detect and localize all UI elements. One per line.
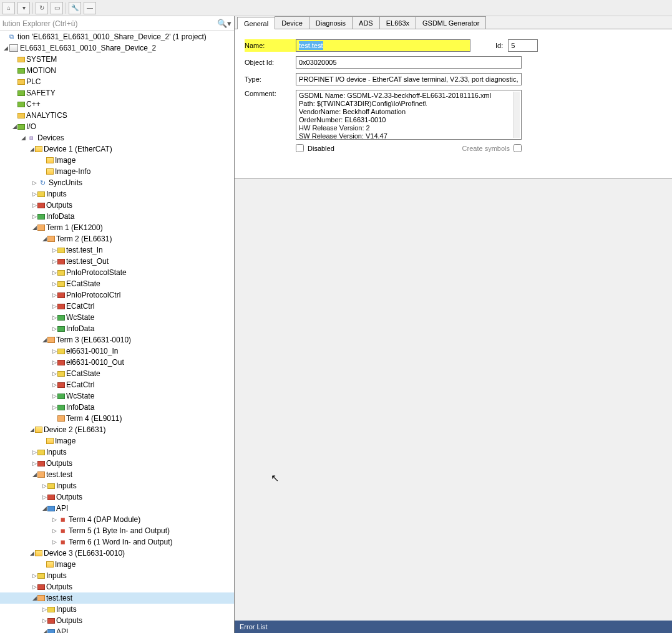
tree-item-motion[interactable]: MOTION: [0, 65, 234, 76]
expand-glyph[interactable]: [20, 135, 26, 141]
tree-item-inputs[interactable]: Inputs: [0, 570, 234, 581]
expand-glyph[interactable]: [29, 427, 35, 433]
tree-item-t4dap[interactable]: ◼Term 4 (DAP Module): [0, 514, 234, 525]
tab-gsdml[interactable]: GSDML Generator: [416, 16, 486, 29]
expand-glyph[interactable]: [41, 617, 47, 624]
expand-glyph[interactable]: [51, 528, 57, 534]
tree-item-system[interactable]: SYSTEM: [0, 54, 234, 65]
tree-item-inputs[interactable]: Inputs: [0, 447, 234, 458]
expand-glyph[interactable]: [41, 505, 47, 511]
tree-item-image[interactable]: Image: [0, 435, 234, 447]
tree-item-t5[interactable]: ◼Term 5 (1 Byte In- and Output): [0, 525, 234, 536]
expand-glyph[interactable]: [31, 180, 37, 186]
tree-item-plc[interactable]: PLC: [0, 76, 234, 87]
expand-glyph[interactable]: [51, 370, 57, 377]
expand-glyph[interactable]: [31, 595, 37, 601]
toolbar-btn-2[interactable]: ▾: [17, 2, 30, 14]
tree-item-ttout[interactable]: test.test_Out: [0, 256, 234, 267]
tree-item-el10out[interactable]: el6631-0010_Out: [0, 357, 234, 368]
expand-glyph[interactable]: [31, 449, 37, 455]
tree-item-ecatctrl[interactable]: ECatCtrl: [0, 301, 234, 312]
expand-glyph[interactable]: [31, 584, 37, 590]
tree-item-term2[interactable]: Term 2 (EL6631): [0, 233, 234, 244]
expand-glyph[interactable]: [31, 191, 37, 197]
create-symbols-checkbox[interactable]: Create symbols: [462, 144, 522, 152]
id-input[interactable]: [508, 39, 538, 52]
expand-glyph[interactable]: [51, 393, 57, 399]
tree-item-wcstate[interactable]: WcState: [0, 390, 234, 402]
expand-glyph[interactable]: [11, 123, 17, 130]
type-input[interactable]: [296, 73, 522, 85]
tree-item-inputs[interactable]: Inputs: [0, 604, 234, 615]
expand-glyph[interactable]: [41, 629, 47, 633]
expand-glyph[interactable]: [51, 314, 57, 321]
tree-item-syncunits[interactable]: ↻SyncUnits: [0, 177, 234, 188]
tree-item-infodata[interactable]: InfoData: [0, 402, 234, 413]
expand-glyph[interactable]: [51, 303, 57, 309]
tree-item-outputs[interactable]: Outputs: [0, 581, 234, 592]
tree-item-image[interactable]: Image: [0, 559, 234, 570]
expand-glyph[interactable]: [41, 606, 47, 612]
expand-glyph[interactable]: [41, 236, 47, 242]
error-list-header[interactable]: Error List: [235, 621, 672, 633]
toolbar-btn-minus[interactable]: —: [84, 2, 96, 14]
tree-item-testtest[interactable]: test.test: [0, 592, 234, 604]
expand-glyph[interactable]: [31, 573, 37, 579]
tree-item-dev2[interactable]: Device 2 (EL6631): [0, 424, 234, 435]
expand-glyph[interactable]: [51, 382, 57, 388]
tree-item-t6[interactable]: ◼Term 6 (1 Word In- and Output): [0, 536, 234, 548]
tab-el663x[interactable]: EL663x: [379, 16, 416, 29]
tree-item-wcstate[interactable]: WcState: [0, 312, 234, 323]
expand-glyph[interactable]: [2, 45, 9, 51]
expand-glyph[interactable]: [51, 247, 57, 253]
tab-general[interactable]: General: [237, 17, 275, 29]
search-bar[interactable]: lution Explorer (Ctrl+ü) 🔍▾: [0, 16, 234, 31]
disabled-checkbox[interactable]: Disabled: [296, 144, 334, 152]
expand-glyph[interactable]: [31, 225, 37, 231]
tree-item-image[interactable]: Image: [0, 155, 234, 166]
create-symbols-check-input[interactable]: [514, 144, 522, 152]
tree-item-inputs[interactable]: Inputs: [0, 188, 234, 200]
tree-item-term1[interactable]: Term 1 (EK1200): [0, 222, 234, 233]
tree-item-analytics[interactable]: ANALYTICS: [0, 110, 234, 121]
expand-glyph[interactable]: [51, 539, 57, 545]
tab-diagnosis[interactable]: Diagnosis: [309, 16, 353, 29]
toolbar-btn-1[interactable]: ⌂: [2, 2, 15, 14]
disabled-check-input[interactable]: [296, 144, 304, 152]
tree-item-api[interactable]: API: [0, 503, 234, 514]
tree-item-pniostate[interactable]: PnIoProtocolState: [0, 267, 234, 278]
search-icon[interactable]: 🔍▾: [217, 19, 231, 28]
expand-glyph[interactable]: [51, 516, 57, 523]
tree-item-term3[interactable]: Term 3 (EL6631-0010): [0, 334, 234, 345]
tree-item-term4[interactable]: Term 4 (EL9011): [0, 413, 234, 424]
expand-glyph[interactable]: [29, 550, 35, 556]
expand-glyph[interactable]: [51, 348, 57, 354]
tab-device[interactable]: Device: [275, 16, 309, 29]
toolbar-btn-wrench[interactable]: 🔧: [69, 2, 81, 14]
tree-item-infodata[interactable]: InfoData: [0, 323, 234, 334]
tree-item-cpp[interactable]: C++: [0, 99, 234, 110]
tree-item-infodata[interactable]: InfoData: [0, 211, 234, 222]
expand-glyph[interactable]: [31, 202, 37, 208]
expand-glyph[interactable]: [51, 359, 57, 365]
expand-glyph[interactable]: [51, 404, 57, 410]
expand-glyph[interactable]: [31, 460, 37, 466]
tree-item-imageinfo[interactable]: Image-Info: [0, 166, 234, 177]
tree-item-inputs[interactable]: Inputs: [0, 480, 234, 491]
tree-item-project[interactable]: EL6631_EL6631_0010_Share_Device_2: [0, 42, 234, 54]
toolbar-btn-3[interactable]: ↻: [36, 2, 48, 14]
tree-item-testtest[interactable]: test.test: [0, 469, 234, 480]
toolbar-btn-4[interactable]: ▭: [51, 2, 63, 14]
objectid-input[interactable]: [296, 56, 522, 69]
expand-glyph[interactable]: [41, 494, 47, 500]
tree-item-ecatstate[interactable]: ECatState: [0, 278, 234, 289]
expand-glyph[interactable]: [41, 483, 47, 489]
tree-item-ttin[interactable]: test.test_In: [0, 244, 234, 256]
tree-item-ecatctrl[interactable]: ECatCtrl: [0, 379, 234, 390]
tree-item-solution[interactable]: ⧉tion 'EL6631_EL6631_0010_Share_Device_2…: [0, 31, 234, 42]
expand-glyph[interactable]: [41, 337, 47, 343]
tree-item-outputs[interactable]: Outputs: [0, 615, 234, 626]
tree-item-el10in[interactable]: el6631-0010_In: [0, 345, 234, 357]
tree-item-outputs[interactable]: Outputs: [0, 200, 234, 211]
tree-item-io[interactable]: I/O: [0, 121, 234, 132]
